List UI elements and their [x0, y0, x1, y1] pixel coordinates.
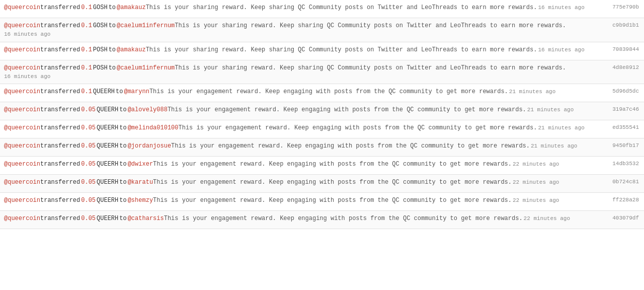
amount-value: 0.1 [81, 21, 92, 30]
amount-value: 0.05 [81, 196, 96, 205]
to-label: to [109, 63, 116, 72]
amount-value: 0.1 [81, 63, 92, 72]
amount-value: 0.1 [81, 45, 92, 54]
action-text: transferred [40, 214, 80, 223]
token-name: QUEERH [97, 141, 118, 151]
message-text: This is your sharing reward. Keep sharin… [146, 3, 537, 12]
amount-value: 0.1 [81, 87, 92, 96]
timestamp: 16 minutes ago [538, 4, 584, 12]
message-text: This is your sharing reward. Keep sharin… [175, 21, 566, 30]
table-row: @queercoin transferred 0.05 QUEERH to @k… [0, 175, 644, 193]
tx-hash: 5d96d5dc [612, 87, 639, 96]
amount-value: 0.05 [81, 214, 96, 223]
token-name: POSH [93, 45, 108, 54]
sender-link[interactable]: @queercoin [4, 45, 40, 54]
table-row: @queercoin transferred 0.1 GOSH to @amak… [0, 0, 644, 18]
token-name: GOSH [93, 21, 108, 30]
token-name: QUEERH [97, 160, 118, 169]
timestamp: 22 minutes ago [513, 178, 559, 187]
recipient-link[interactable]: @amakauz [117, 3, 146, 12]
tx-hash: 9450fb17 [612, 141, 639, 150]
timestamp: 22 minutes ago [513, 160, 559, 169]
table-row: @queercoin transferred 0.05 QUEERH to @m… [0, 120, 644, 138]
timestamp: 16 minutes ago [538, 46, 584, 54]
sender-link[interactable]: @queercoin [4, 63, 40, 72]
to-label: to [119, 141, 126, 151]
token-name: QUEERH [97, 178, 118, 187]
action-text: transferred [40, 196, 80, 205]
token-name: QUEERH [97, 105, 118, 114]
token-name: QUEERH [97, 214, 118, 223]
token-name: QUEERH [97, 196, 118, 205]
token-name: POSH [93, 63, 108, 72]
message-text: This is your engagement reward. Keep eng… [168, 105, 526, 114]
table-row: @queercoin transferred 0.05 QUEERH to @c… [0, 211, 644, 229]
recipient-link[interactable]: @caelum1infernum [117, 63, 175, 72]
action-text: transferred [40, 87, 80, 96]
tx-hash: ed355541 [612, 123, 639, 132]
recipient-link[interactable]: @dwixer [128, 160, 153, 169]
amount-value: 0.05 [81, 105, 96, 114]
tx-hash: 14db3532 [612, 160, 639, 168]
action-text: transferred [40, 63, 80, 72]
table-row: @queercoin transferred 0.1 GOSH to @cael… [0, 18, 644, 42]
sender-link[interactable]: @queercoin [4, 214, 40, 223]
timestamp: 22 minutes ago [524, 214, 570, 223]
sender-link[interactable]: @queercoin [4, 123, 40, 132]
sender-link[interactable]: @queercoin [4, 21, 40, 30]
recipient-link[interactable]: @caelum1infernum [117, 21, 175, 30]
table-row: @queercoin transferred 0.1 POSH to @amak… [0, 42, 644, 60]
sender-link[interactable]: @queercoin [4, 178, 40, 187]
tx-hash: 70839844 [612, 45, 639, 54]
timestamp: 16 minutes ago [4, 30, 50, 39]
tx-hash: 775e790b [612, 3, 639, 12]
timestamp: 21 minutes ago [538, 124, 584, 132]
sender-link[interactable]: @queercoin [4, 160, 40, 169]
message-text: This is your engagement reward. Keep eng… [149, 87, 508, 96]
timestamp: 21 minutes ago [509, 88, 555, 96]
recipient-link[interactable]: @karatu [128, 178, 153, 187]
action-text: transferred [40, 141, 80, 151]
tx-hash: 403079df [612, 214, 639, 223]
amount-value: 0.05 [81, 160, 96, 169]
table-row: @queercoin transferred 0.05 QUEERH to @s… [0, 193, 644, 211]
table-row: @queercoin transferred 0.05 QUEERH to @a… [0, 102, 644, 120]
to-label: to [119, 196, 126, 205]
sender-link[interactable]: @queercoin [4, 87, 40, 96]
tx-hash: ff228a28 [612, 196, 639, 204]
recipient-link[interactable]: @shemzy [128, 196, 153, 205]
amount-value: 0.05 [81, 178, 96, 187]
recipient-link[interactable]: @alovely088 [128, 105, 168, 114]
message-text: This is your sharing reward. Keep sharin… [175, 63, 566, 72]
action-text: transferred [40, 21, 80, 30]
to-label: to [109, 21, 116, 30]
recipient-link[interactable]: @melinda010100 [128, 123, 179, 132]
to-label: to [119, 123, 126, 132]
amount-value: 0.1 [81, 3, 92, 12]
sender-link[interactable]: @queercoin [4, 196, 40, 205]
tx-hash: 319a7c46 [612, 105, 639, 114]
table-row: @queercoin transferred 0.1 QUEERH to @ma… [0, 84, 644, 102]
sender-link[interactable]: @queercoin [4, 141, 40, 151]
sender-link[interactable]: @queercoin [4, 3, 40, 12]
recipient-link[interactable]: @marynn [124, 87, 149, 96]
to-label: to [116, 87, 123, 96]
token-name: QUEERH [97, 123, 118, 132]
recipient-link[interactable]: @catharsis [128, 214, 164, 223]
table-row: @queercoin transferred 0.05 QUEERH to @j… [0, 138, 644, 157]
to-label: to [119, 160, 126, 169]
message-text: This is your sharing reward. Keep sharin… [146, 45, 537, 54]
recipient-link[interactable]: @jordanjosue [128, 141, 171, 151]
table-row: @queercoin transferred 0.05 QUEERH to @d… [0, 157, 644, 175]
timestamp: 16 minutes ago [4, 72, 50, 81]
to-label: to [119, 214, 126, 223]
tx-hash: 4d8e8912 [612, 63, 639, 72]
tx-hash: c9b9d1b1 [612, 21, 639, 30]
message-text: This is your engagement reward. Keep eng… [179, 123, 537, 132]
action-text: transferred [40, 160, 80, 169]
sender-link[interactable]: @queercoin [4, 105, 40, 114]
action-text: transferred [40, 3, 80, 12]
message-text: This is your engagement reward. Keep eng… [171, 141, 530, 151]
recipient-link[interactable]: @amakauz [117, 45, 146, 54]
token-name: QUEERH [93, 87, 115, 96]
